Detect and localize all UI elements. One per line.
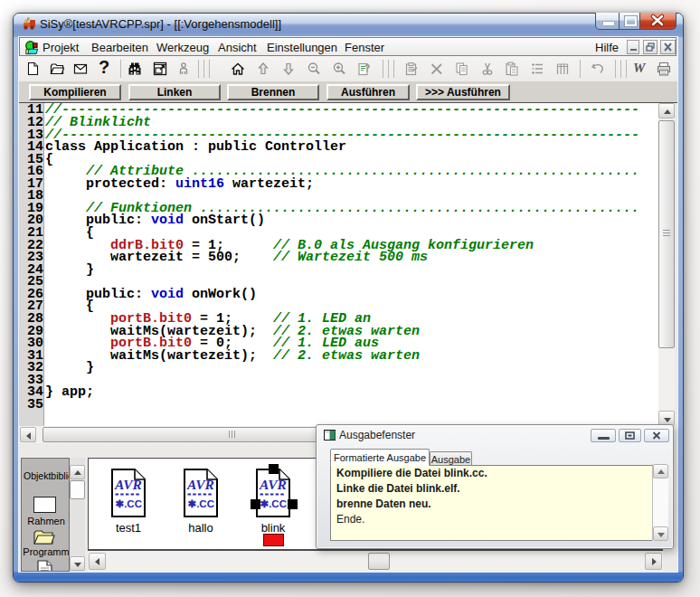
- svg-text:AVR: AVR: [186, 477, 214, 492]
- svg-text:?: ?: [364, 63, 370, 73]
- svg-text:✱.CC: ✱.CC: [188, 498, 214, 509]
- svg-text:✱.CC: ✱.CC: [116, 498, 142, 509]
- svg-text:✱.CC: ✱.CC: [260, 498, 287, 509]
- svg-text:AVR: AVR: [114, 477, 142, 492]
- svg-text:AVR: AVR: [259, 477, 287, 492]
